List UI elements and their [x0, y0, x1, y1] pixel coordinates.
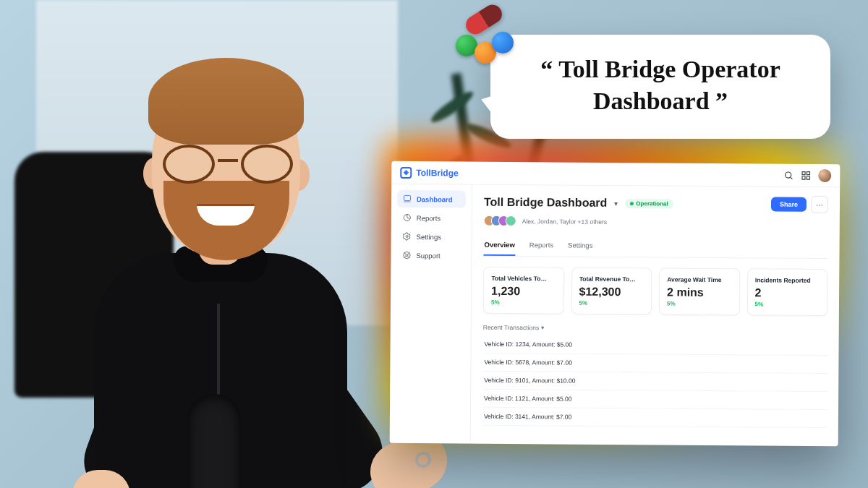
stat-card-revenue[interactable]: Total Revenue To… $12,300 5%	[571, 267, 652, 315]
sidebar-item-label: Reports	[417, 214, 441, 222]
brand-name: TollBridge	[416, 168, 459, 178]
svg-point-11	[406, 254, 408, 256]
svg-point-9	[406, 235, 408, 237]
speech-bubble: “ Toll Bridge Operator Dashboard ”	[490, 35, 830, 139]
svg-rect-6	[404, 195, 410, 200]
main-content: Toll Bridge Dashboard ▾ Operational Shar…	[471, 185, 840, 447]
stat-value: 1,230	[491, 285, 556, 299]
transaction-row[interactable]: Vehicle ID: 3141, Amount: $7.00	[482, 408, 827, 428]
collaborators-text: Alex, Jordan, Taylor +13 others	[522, 218, 607, 226]
svg-rect-5	[807, 176, 809, 179]
sidebar-item-support[interactable]: Support	[396, 247, 465, 265]
user-avatar[interactable]	[818, 168, 831, 181]
sidebar-item-label: Settings	[417, 233, 441, 241]
sidebar-item-settings[interactable]: Settings	[397, 228, 466, 246]
share-button[interactable]: Share	[771, 197, 807, 212]
recent-transactions-header[interactable]: Recent Transactions ▾	[483, 324, 827, 333]
search-icon[interactable]	[783, 170, 793, 180]
dashboard-icon	[403, 194, 412, 203]
stat-label: Total Revenue To…	[579, 275, 644, 283]
more-button[interactable]: ⋯	[811, 196, 828, 213]
stat-delta: 5%	[491, 299, 556, 307]
reports-icon	[403, 213, 412, 222]
chevron-down-icon: ▾	[541, 324, 545, 331]
status-dot-icon	[630, 202, 634, 205]
stat-delta: 5%	[754, 301, 820, 308]
brand[interactable]: ◈ TollBridge	[400, 166, 459, 179]
transaction-row[interactable]: Vehicle ID: 5678, Amount: $7.00	[482, 354, 827, 374]
tab-overview[interactable]: Overview	[483, 236, 515, 256]
sidebar: Dashboard Reports Settings Support	[390, 184, 472, 444]
svg-rect-2	[802, 171, 805, 174]
svg-rect-3	[807, 171, 809, 174]
sidebar-item-label: Dashboard	[417, 195, 453, 203]
sidebar-item-dashboard[interactable]: Dashboard	[397, 190, 466, 208]
transactions-list: Vehicle ID: 1234, Amount: $5.00 Vehicle …	[482, 335, 827, 428]
status-badge: Operational	[625, 199, 673, 208]
stat-value: 2	[755, 286, 820, 300]
transaction-row[interactable]: Vehicle ID: 9101, Amount: $10.00	[482, 372, 827, 392]
grid-icon[interactable]	[801, 170, 811, 180]
stat-value: $12,300	[579, 286, 644, 299]
stat-card-wait-time[interactable]: Average Wait Time 2 mins 5%	[659, 267, 740, 315]
transaction-row[interactable]: Vehicle ID: 1121, Amount: $5.00	[482, 390, 827, 410]
stats-row: Total Vehicles To… 1,230 5% Total Revenu…	[483, 267, 827, 316]
collaborator-avatars[interactable]	[484, 215, 516, 226]
tab-settings[interactable]: Settings	[567, 237, 594, 257]
components-icon	[454, 6, 516, 68]
svg-point-0	[786, 171, 791, 177]
stat-value: 2 mins	[667, 286, 732, 300]
support-icon	[402, 251, 411, 260]
chevron-down-icon[interactable]: ▾	[614, 199, 618, 207]
sidebar-item-label: Support	[416, 252, 440, 260]
brand-logo-icon: ◈	[400, 166, 412, 178]
transaction-row[interactable]: Vehicle ID: 1234, Amount: $5.00	[483, 335, 827, 356]
stat-card-vehicles[interactable]: Total Vehicles To… 1,230 5%	[483, 267, 564, 314]
dashboard-screenshot: ◈ TollBridge Dashboard Reports	[390, 161, 841, 446]
stat-label: Incidents Reported	[755, 276, 820, 284]
tab-reports[interactable]: Reports	[529, 236, 554, 256]
status-text: Operational	[636, 200, 668, 207]
settings-icon	[403, 232, 412, 241]
stat-card-incidents[interactable]: Incidents Reported 2 5%	[746, 268, 827, 316]
tabs: Overview Reports Settings	[483, 236, 827, 259]
page-title: Toll Bridge Dashboard	[484, 196, 608, 210]
stat-label: Total Vehicles To…	[491, 275, 556, 283]
topbar: ◈ TollBridge	[391, 161, 840, 187]
svg-rect-4	[802, 176, 805, 179]
svg-line-1	[791, 177, 793, 179]
stat-delta: 5%	[579, 300, 644, 307]
stat-delta: 5%	[667, 301, 732, 308]
stat-label: Average Wait Time	[667, 276, 732, 284]
bubble-quote: “ Toll Bridge Operator Dashboard ”	[516, 53, 804, 117]
sidebar-item-reports[interactable]: Reports	[397, 209, 466, 227]
